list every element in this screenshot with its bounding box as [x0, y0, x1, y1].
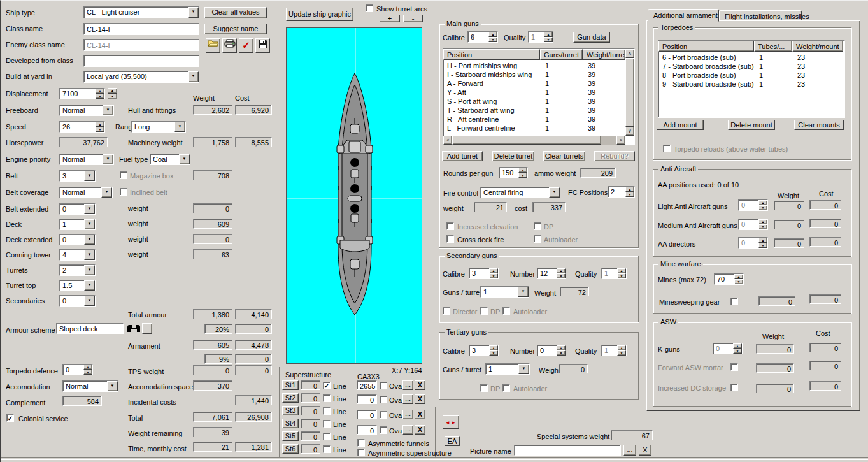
spin-down-icon[interactable]: ▼	[557, 273, 566, 278]
funnel3-value-field[interactable]: 0	[357, 410, 377, 419]
asymmetric-superstructure-checkbox[interactable]	[357, 449, 365, 456]
sg-number-spinner[interactable]: 12▲▼	[537, 268, 566, 279]
scroll-left-icon[interactable]: <	[443, 136, 452, 145]
spin-down-icon[interactable]: ▼	[758, 224, 767, 229]
spin-down-icon[interactable]: ▼	[758, 243, 767, 248]
freeboard-select[interactable]: Normal▼	[59, 105, 114, 116]
funnel1-oval-checkbox[interactable]	[380, 382, 387, 389]
transfer-arrows-button[interactable]: ◄►	[443, 415, 459, 429]
spin-down-icon[interactable]: ▼	[733, 349, 742, 354]
torpedo-row[interactable]: 6 - Port broadside (sub)123	[658, 53, 843, 62]
spin-down-icon[interactable]: ▼	[489, 273, 498, 278]
accomodation-select[interactable]: Normal▼	[62, 380, 118, 392]
engine-priority-select[interactable]: Normal▼	[59, 154, 114, 165]
validate-button[interactable]: ✓	[239, 38, 253, 53]
delete-mount-button[interactable]: Delete mount	[728, 120, 775, 130]
class-name-input[interactable]	[83, 23, 199, 35]
st6-button[interactable]: St6	[282, 444, 299, 454]
delete-turret-button[interactable]: Delete turret	[492, 151, 534, 161]
spin-down-icon[interactable]: ▼	[83, 370, 92, 375]
deck-extended-select[interactable]: 0▼	[59, 234, 96, 245]
spin-down-icon[interactable]: ▼	[544, 37, 553, 42]
st3-line-checkbox[interactable]	[323, 407, 331, 415]
chevron-down-icon[interactable]: ▼	[107, 381, 118, 391]
ship-type-select[interactable]: CL - Light cruiser▼	[83, 6, 199, 18]
update-ship-graphic-button[interactable]: Update ship graphic	[286, 8, 353, 21]
light-aa-spinner[interactable]: 0▲▼	[738, 199, 768, 211]
st3-button[interactable]: St3	[282, 406, 299, 415]
funnel4-oval-checkbox[interactable]	[380, 426, 387, 434]
main-guns-turret-list[interactable]: Position Guns/turret Weight/turre H - Po…	[443, 48, 635, 145]
cross-deck-fire-checkbox[interactable]	[446, 235, 454, 243]
chevron-down-icon[interactable]: ▼	[84, 280, 95, 291]
turret-row[interactable]: T - Starboard aft wing139	[443, 106, 624, 115]
add-turret-button[interactable]: Add turret	[442, 151, 483, 161]
sg-guns-per-turret-select[interactable]: 1▼	[480, 286, 529, 298]
kguns-spinner[interactable]: 0▲▼	[713, 343, 743, 354]
range-select[interactable]: Long▼	[131, 121, 186, 133]
spin-down-icon[interactable]: ▼	[557, 350, 566, 356]
chevron-down-icon[interactable]: ▼	[174, 122, 185, 132]
scroll-up-icon[interactable]: ∧	[625, 49, 634, 58]
funnel2-oval-checkbox[interactable]	[380, 396, 387, 403]
spin-down-icon[interactable]: ▼	[518, 173, 527, 178]
chevron-down-icon[interactable]: ▼	[103, 154, 113, 164]
armour-scheme-picker-button[interactable]	[142, 323, 152, 334]
chevron-down-icon[interactable]: ▼	[549, 187, 560, 198]
picture-clear-button[interactable]: X	[639, 445, 651, 456]
torpedo-row[interactable]: 7 - Starboard broadside (sub)123	[658, 62, 843, 71]
chevron-down-icon[interactable]: ▼	[84, 265, 95, 275]
spin-up-icon[interactable]: ▲	[83, 365, 92, 370]
clear-turrets-button[interactable]: Clear turrets	[543, 151, 585, 161]
chevron-down-icon[interactable]: ▼	[103, 105, 113, 115]
spin-up-icon[interactable]: ▲	[557, 345, 566, 350]
rounds-per-gun-spinner[interactable]: 150▲▼	[499, 167, 528, 178]
funnel1-value-field[interactable]: 2655	[357, 380, 377, 390]
ea-button[interactable]: EA	[445, 436, 460, 446]
gun-data-button[interactable]: Gun data	[573, 32, 610, 43]
displacement-fine-spinner[interactable]: ▲▼	[108, 88, 117, 99]
spin-up-icon[interactable]: ▲	[758, 200, 767, 205]
spin-down-icon[interactable]: ▼	[617, 350, 626, 356]
funnel3-browse-button[interactable]: ...	[402, 410, 413, 419]
build-yard-select[interactable]: Local yard (35,500)▼	[83, 71, 199, 83]
turret-row[interactable]: L - Forward centreline139	[443, 124, 624, 133]
turret-row[interactable]: Y - Aft139	[443, 88, 624, 97]
vertical-scrollbar[interactable]: ∧∨	[625, 49, 634, 136]
torpedo-row[interactable]: 9 - Starboard broadside (sub)123	[658, 80, 843, 89]
mines-spinner[interactable]: 70▲▼	[714, 273, 744, 285]
fuel-type-select[interactable]: Coal▼	[150, 154, 190, 165]
scroll-right-icon[interactable]: >	[616, 136, 625, 145]
st2-button[interactable]: St2	[282, 393, 299, 403]
secondaries-select[interactable]: 0▼	[59, 295, 96, 307]
chevron-down-icon[interactable]: ▼	[84, 171, 95, 181]
chevron-down-icon[interactable]: ▼	[518, 364, 529, 374]
funnel1-delete-button[interactable]: X	[415, 380, 425, 390]
developed-from-input[interactable]	[83, 55, 199, 67]
st5-button[interactable]: St5	[282, 431, 299, 441]
turret-row[interactable]: H - Port midships wing139	[443, 61, 624, 70]
spin-down-icon[interactable]: ▼	[96, 127, 104, 132]
armour-scheme-field[interactable]: Sloped deck	[56, 323, 124, 334]
fire-control-select[interactable]: Central firing▼	[480, 187, 560, 198]
picture-browse-button[interactable]: ...	[623, 445, 636, 456]
horizontal-scrollbar[interactable]: <>	[443, 136, 625, 145]
spin-up-icon[interactable]: ▲	[733, 343, 742, 349]
funnel4-browse-button[interactable]: ...	[402, 425, 413, 435]
turret-row[interactable]: I - Starboard midships wing139	[443, 70, 624, 79]
spin-up-icon[interactable]: ▲	[758, 238, 767, 243]
mg-quality-spinner[interactable]: 1▲▼	[528, 31, 553, 43]
tab-flight-installations[interactable]: Flight installations, missiles	[719, 10, 802, 20]
zoom-out-button[interactable]: -	[403, 15, 423, 22]
clear-all-values-button[interactable]: Clear all values	[204, 7, 267, 18]
column-header-tubes[interactable]: Tubes/...	[754, 41, 792, 52]
asymmetric-funnels-checkbox[interactable]	[357, 439, 365, 447]
fc-positions-spinner[interactable]: 2▲▼	[608, 186, 635, 198]
funnel3-oval-checkbox[interactable]	[380, 411, 387, 419]
mg-calibre-spinner[interactable]: 6▲▼	[467, 31, 498, 43]
open-file-button[interactable]	[206, 38, 220, 53]
spin-down-icon[interactable]: ▼	[489, 350, 498, 356]
spin-down-icon[interactable]: ▼	[625, 192, 634, 197]
spin-up-icon[interactable]: ▲	[557, 268, 566, 273]
st6-line-checkbox[interactable]	[323, 445, 331, 453]
